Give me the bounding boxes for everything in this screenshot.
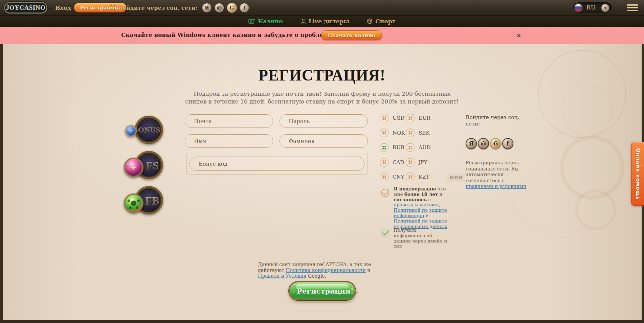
menu-icon[interactable] [627,4,638,11]
google-icon[interactable]: G [490,138,501,149]
social-column-title: Войдите через соц. сети: [466,114,527,127]
password-input[interactable] [280,114,368,128]
online-help-tab[interactable]: Онлайн помощь [631,142,644,206]
mailru-icon[interactable]: @ [478,138,489,149]
last-name-input[interactable] [280,134,368,148]
terms-link[interactable]: правила и условия [394,202,439,207]
social-login-column: Войдите через соц. сети: Я @ G f Регистр… [466,114,527,190]
tab-live-dealers[interactable]: Live дилеры [301,18,350,25]
radio-icon [406,129,415,137]
joycasino-logo[interactable]: JOYCASINO [4,2,47,14]
google-privacy-link[interactable]: Политика конфиденциальности [286,268,365,273]
language-selector[interactable]: RU ▾ [573,2,613,13]
facebook-icon[interactable]: f [502,138,513,149]
bonus-orb-icon: + [125,125,137,137]
currency-label: AUD [419,144,431,151]
badge-freespins-label: FS [146,160,159,172]
close-icon[interactable]: ✕ [514,31,523,40]
info-protection-policy-link[interactable]: Политикой по защите информации [394,207,447,218]
radio-icon [380,114,388,122]
currency-label: JPY [419,159,427,165]
subtitle-line-1: Подарок за регистрацию уже почти твой! З… [194,90,450,97]
or-label: ИЛИ [447,174,465,182]
social-column-icons: Я @ G f [466,138,527,149]
tab-live-dealers-label: Live дилеры [309,18,350,25]
tab-casino[interactable]: Казино [248,18,283,25]
download-casino-button[interactable]: Скачать казино [321,30,382,40]
form-divider [174,115,174,178]
tab-casino-label: Казино [258,18,283,25]
terms-and-conditions-link[interactable]: правилами и условиями [466,184,526,189]
tab-sport[interactable]: Спорт [367,18,396,25]
badge-freespins: FS + [124,151,163,183]
subtitle-line-2: спинов в течение 10 дней, бесплатную ста… [185,98,459,105]
social-login-prompt: Войдите через соц. сети: [118,5,197,11]
currency-label: USD [393,115,404,121]
badge-freebet: FB [124,186,163,218]
radio-icon [406,143,415,152]
google-icon[interactable]: G [227,3,237,13]
currency-label: EUR [419,115,430,121]
currency-option-sek[interactable]: SEK [406,129,432,137]
facebook-icon[interactable]: f [239,3,249,13]
stain-decoration [560,135,624,200]
freebet-soccer-orb-icon [124,193,143,213]
chevron-down-icon[interactable]: ▾ [601,4,609,12]
arrow-left-icon: ‹ [292,289,294,294]
email-input[interactable] [185,114,273,128]
currency-option-usd[interactable]: USD [380,114,406,122]
first-name-input[interactable] [185,134,273,148]
currency-option-cad[interactable]: CAD [380,158,406,167]
badge-freebet-label: FB [145,195,159,207]
radio-icon [380,129,388,137]
submit-registration-button[interactable]: ‹Регистрация!› [289,281,356,300]
radio-icon [380,143,388,152]
bonus-code-input[interactable] [190,157,364,171]
currency-option-eur[interactable]: EUR [406,114,432,122]
consent-bold: соглашаюсь [394,197,427,202]
radio-icon [406,158,415,167]
download-banner: Скачайте новый Windows клиент казино и з… [0,27,644,44]
soccer-ball-icon [367,18,373,24]
currency-option-jpy[interactable]: JPY [406,158,432,167]
currency-option-aud[interactable]: AUD [406,143,432,152]
main-nav: Казино Live дилеры Спорт [0,16,644,27]
consent-bold: более 18 лет [404,191,438,197]
radio-icon [406,114,415,122]
freespins-orb-icon: + [124,158,143,177]
currency-option-nok[interactable]: NOK [380,129,406,137]
consent-bold: Я подтверждаю [394,186,436,191]
submit-row: ‹Регистрация!› [0,281,644,300]
page-frame [0,44,3,323]
bonus-badges: BONUS + FS + FB [124,116,163,221]
russian-flag-icon [574,3,583,13]
currency-label: SEK [419,130,429,136]
topbar-social-icons: Я @ G f [202,3,249,13]
mailru-icon[interactable]: @ [214,3,224,13]
yandex-icon[interactable]: Я [466,138,477,149]
google-terms-link[interactable]: Правила и Условия [258,273,307,279]
social-column-note: Регистрируясь через социальные сети, Вы … [466,160,527,190]
currency-option-kzt[interactable]: KZT [406,172,432,181]
currency-label: KZT [419,174,429,180]
badge-bonus: BONUS + [124,116,163,148]
radio-icon [380,158,388,167]
tab-sport-label: Спорт [375,18,396,25]
promo-consent-checkbox[interactable] [381,229,389,237]
currency-option-rub[interactable]: RUB [380,143,406,152]
currency-option-cny[interactable]: CNY [380,172,406,181]
page: JOYCASINO Вход Регистрация! Войдите чере… [0,0,644,323]
language-code: RU [586,4,596,11]
dealer-person-icon [301,18,306,24]
yandex-icon[interactable]: Я [202,3,212,13]
arrow-right-icon: › [356,289,358,294]
recaptcha-notice: Данный сайт защищен reCAPTCHA, а так же … [258,262,386,279]
currency-label: CAD [393,159,404,165]
seam-divider [624,0,624,16]
radio-icon [406,172,415,181]
submit-label: Регистрация! [297,287,354,295]
radio-icon [380,172,388,181]
age-consent-checkbox[interactable] [381,189,389,197]
rivets-decoration [67,3,72,13]
page-title: РЕГИСТРАЦИЯ! [0,66,644,84]
